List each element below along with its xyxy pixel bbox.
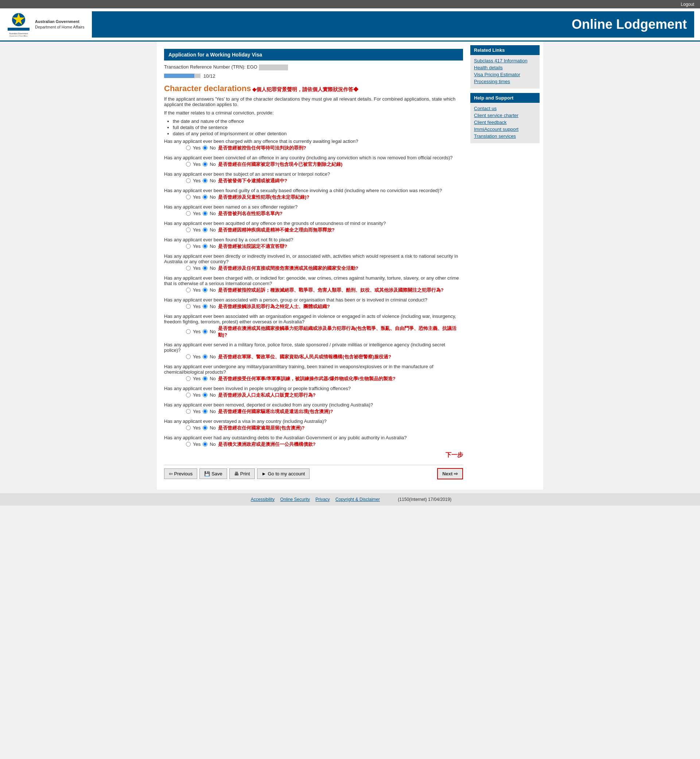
label-yes-12: Yes <box>193 354 200 359</box>
related-link-0[interactable]: Subclass 417 Information <box>474 58 536 63</box>
footer-copyright-link[interactable]: Copyright & Disclaimer <box>336 497 380 502</box>
radio-yes-3[interactable] <box>186 178 191 183</box>
radio-no-8[interactable] <box>203 266 208 270</box>
radio-no-11[interactable] <box>203 329 208 334</box>
footer-accessibility-link[interactable]: Accessibility <box>251 497 275 502</box>
label-yes-11: Yes <box>193 329 200 334</box>
radio-yes-4[interactable] <box>186 195 191 200</box>
related-link-1[interactable]: Health details <box>474 65 536 70</box>
footer-privacy-link[interactable]: Privacy <box>316 497 330 502</box>
bullet-list: the date and nature of the offence full … <box>173 119 463 136</box>
question-block-8: Has any applicant ever been directly or … <box>164 253 463 272</box>
footer-copyright: (1150(Internet) 17/04/2019) <box>398 497 452 502</box>
label-no-9: No <box>209 287 216 293</box>
radio-no-10[interactable] <box>203 304 208 309</box>
go-to-account-label: Go to my account <box>267 471 305 476</box>
radio-no-4[interactable] <box>203 195 208 200</box>
radio-no-9[interactable] <box>203 287 208 292</box>
radio-yes-1[interactable] <box>186 145 191 150</box>
label-yes-3: Yes <box>193 178 200 183</box>
label-no-4: No <box>209 194 216 200</box>
radio-no-13[interactable] <box>203 376 208 381</box>
answer-row-10: YesNo是否曾經接觸涉及犯罪行為之特定人士、團體或組織? <box>164 303 463 310</box>
radio-yes-15[interactable] <box>186 409 191 414</box>
radio-yes-2[interactable] <box>186 162 191 167</box>
label-no-1: No <box>209 145 216 151</box>
svg-rect-2 <box>8 28 30 31</box>
question-text-15: Has any applicant ever been removed, dep… <box>164 402 463 408</box>
radio-no-12[interactable] <box>203 355 208 359</box>
help-link-3[interactable]: ImmiAccount support <box>474 126 536 132</box>
answer-row-1: YesNo是否曾經被控告任何等待司法判決的罪刑? <box>164 145 463 151</box>
char-decl-title: Character declarations <box>164 84 251 93</box>
save-button[interactable]: 💾 Save <box>199 469 227 479</box>
label-no-2: No <box>209 161 216 167</box>
site-title: Online Lodgement <box>99 17 687 32</box>
radio-no-15[interactable] <box>203 409 208 414</box>
question-text-9: Has any applicant ever been charged with… <box>164 275 463 286</box>
answer-row-15: YesNo是否曾經遭任何國家驅逐出境或是遣送出境(包含澳洲)? <box>164 408 463 415</box>
radio-yes-6[interactable] <box>186 228 191 232</box>
radio-yes-5[interactable] <box>186 211 191 216</box>
content-area: Application for a Working Holiday Visa T… <box>161 45 467 486</box>
radio-yes-14[interactable] <box>186 393 191 397</box>
bullet-item: dates of any period of imprisonment or o… <box>173 131 463 136</box>
previous-button[interactable]: ⇦ Previous <box>164 469 197 479</box>
radio-yes-17[interactable] <box>186 442 191 447</box>
question-block-2: Has any applicant ever been convicted of… <box>164 155 463 168</box>
radio-yes-9[interactable] <box>186 287 191 292</box>
answer-row-4: YesNo是否曾經涉及兒童性犯罪(包含未定罪紀錄)? <box>164 194 463 200</box>
related-link-2[interactable]: Visa Pricing Estimator <box>474 72 536 77</box>
radio-no-6[interactable] <box>203 228 208 232</box>
chinese-text-2: 是否曾經在任何國家被定罪?(包含現今已被官方刪除之紀錄) <box>218 161 343 168</box>
footer-online-security-link[interactable]: Online Security <box>280 497 310 502</box>
radio-yes-10[interactable] <box>186 304 191 309</box>
go-to-account-button[interactable]: ► Go to my account <box>257 469 310 479</box>
help-link-4[interactable]: Translation services <box>474 133 536 139</box>
question-block-11: Has any applicant ever been associated w… <box>164 314 463 338</box>
radio-yes-13[interactable] <box>186 376 191 381</box>
next-button[interactable]: Next ⇨ <box>437 468 463 479</box>
help-link-0[interactable]: Contact us <box>474 106 536 111</box>
radio-no-14[interactable] <box>203 393 208 397</box>
print-button[interactable]: 🖶 Print <box>229 469 255 479</box>
radio-no-17[interactable] <box>203 442 208 447</box>
chinese-text-10: 是否曾經接觸涉及犯罪行為之特定人士、團體或組織? <box>218 303 330 310</box>
radio-no-3[interactable] <box>203 178 208 183</box>
question-text-17: Has any applicant ever had any outstandi… <box>164 435 463 440</box>
radio-yes-7[interactable] <box>186 244 191 248</box>
radio-no-16[interactable] <box>203 425 208 430</box>
radio-yes-11[interactable] <box>186 329 191 334</box>
page-footer: Accessibility Online Security Privacy Co… <box>0 493 700 506</box>
chinese-text-6: 是否曾經因精神疾病或是精神不健全之理由而無罪釋放? <box>218 227 335 233</box>
related-link-3[interactable]: Processing times <box>474 79 536 84</box>
radio-no-7[interactable] <box>203 244 208 248</box>
radio-no-5[interactable] <box>203 211 208 216</box>
char-decl-section: Character declarations ◆個人犯罪背景聲明，請依個人實際狀… <box>164 84 463 93</box>
left-buttons: ⇦ Previous 💾 Save 🖶 Print ► Go to my acc… <box>164 469 309 479</box>
label-no-8: No <box>209 265 216 271</box>
chinese-text-15: 是否曾經遭任何國家驅逐出境或是遣送出境(包含澳洲)? <box>218 408 333 415</box>
application-header: Application for a Working Holiday Visa <box>164 49 463 61</box>
svg-text:Australian Government: Australian Government <box>9 33 28 34</box>
help-link-2[interactable]: Client feedback <box>474 120 536 125</box>
radio-no-1[interactable] <box>203 145 208 150</box>
trn-label: Transaction Reference Number (TRN): EGO <box>164 64 258 70</box>
radio-no-2[interactable] <box>203 162 208 167</box>
question-text-3: Has any applicant ever been the subject … <box>164 171 463 177</box>
logout-link[interactable]: Logout <box>681 2 694 7</box>
main-container: Application for a Working Holiday Visa T… <box>157 42 543 490</box>
gov-name-text: Australian Government Department of Home… <box>35 19 84 30</box>
chinese-text-4: 是否曾經涉及兒童性犯罪(包含未定罪紀錄)? <box>218 194 309 200</box>
progress-label: 10/12 <box>203 73 216 79</box>
radio-yes-12[interactable] <box>186 355 191 359</box>
related-links-container: Subclass 417 InformationHealth detailsVi… <box>470 55 539 89</box>
chinese-text-12: 是否曾經在軍隊、警政單位、國家資助/私人民兵或情報機構(包含祕密警察)服役過? <box>218 354 391 360</box>
radio-yes-8[interactable] <box>186 266 191 270</box>
footer-buttons: ⇦ Previous 💾 Save 🖶 Print ► Go to my acc… <box>164 465 463 482</box>
question-block-1: Has any applicant ever been charged with… <box>164 139 463 151</box>
help-link-1[interactable]: Client service charter <box>474 112 536 118</box>
radio-yes-16[interactable] <box>186 425 191 430</box>
question-text-13: Has any applicant ever undergone any mil… <box>164 364 463 375</box>
answer-row-12: YesNo是否曾經在軍隊、警政單位、國家資助/私人民兵或情報機構(包含祕密警察)… <box>164 354 463 360</box>
